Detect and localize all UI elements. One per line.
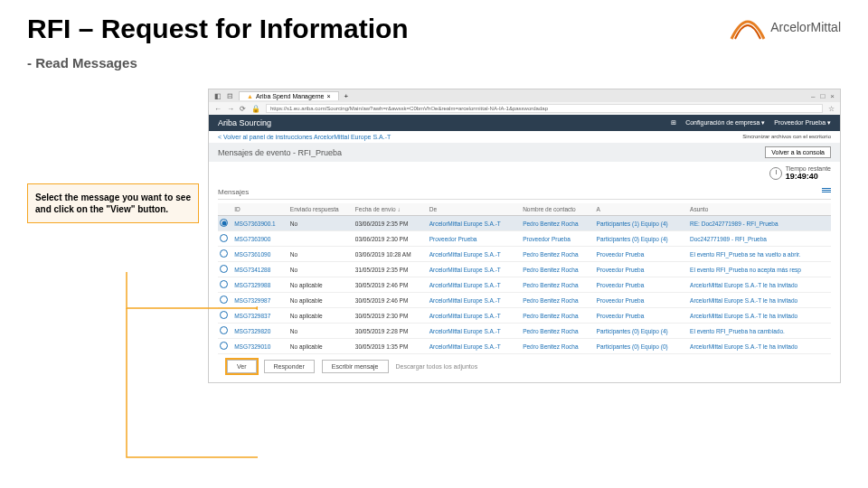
table-row[interactable]: MSG7329988 No aplicable 30/05/2019 2:46 … <box>218 277 831 293</box>
cell-from: ArcelorMittal Europe S.A.-T <box>428 339 521 354</box>
cell-subject: ArcelorMittal Europe S.A.-T le ha invita… <box>688 308 831 324</box>
brand-logo: ArcelorMittal <box>730 14 841 41</box>
table-row[interactable]: MSG7329010 No aplicable 30/05/2019 1:35 … <box>218 339 831 354</box>
cell-to: Proveedor Prueba <box>595 247 688 262</box>
forward-icon[interactable]: → <box>227 105 234 113</box>
col-from[interactable]: De <box>428 203 521 216</box>
col-contact[interactable]: Nombre de contacto <box>521 203 594 216</box>
grid-apps-icon[interactable]: ⊞ <box>671 119 676 127</box>
cell-from: ArcelorMittal Europe S.A.-T <box>428 277 521 293</box>
cell-id: MSG7329010 <box>232 339 288 354</box>
minimize-icon[interactable]: – <box>811 92 815 100</box>
refresh-icon[interactable]: ⟳ <box>240 105 246 113</box>
cell-id: MSG7329820 <box>232 324 288 339</box>
messages-section-label: Mensajes <box>218 188 249 196</box>
cell-reply: No <box>288 247 354 262</box>
cell-to: Participantes (0) Equipo (0) <box>595 339 688 354</box>
table-row[interactable]: MSG7361090 No 03/06/2019 10:28 AM Arcelo… <box>218 247 831 262</box>
row-radio[interactable] <box>220 296 228 304</box>
col-subject[interactable]: Asunto <box>688 203 831 216</box>
col-to[interactable]: A <box>595 203 688 216</box>
cell-contact: Proveedor Prueba <box>521 231 594 247</box>
cell-id: MSG7329987 <box>232 293 288 308</box>
new-tab-icon[interactable]: + <box>344 92 349 100</box>
cell-contact: Pedro Benitez Rocha <box>521 308 594 324</box>
cell-subject: El evento RFI_Prueba se ha vuelto a abri… <box>688 247 831 262</box>
col-reply[interactable]: Enviado respuesta <box>288 203 354 216</box>
cell-id: MSG7361090 <box>232 247 288 262</box>
cell-date: 30/05/2019 2:30 PM <box>354 308 428 324</box>
cell-from: ArcelorMittal Europe S.A.-T <box>428 216 521 231</box>
company-config-menu[interactable]: Configuración de empresa ▾ <box>685 119 765 127</box>
star-icon[interactable]: ☆ <box>828 105 835 113</box>
back-to-console-button[interactable]: Volver a la consola <box>765 146 831 158</box>
tab-list-icon[interactable]: ⊟ <box>227 92 233 100</box>
download-attachments-link[interactable]: Descargar todos los adjuntos <box>396 363 478 370</box>
cell-date: 30/05/2019 2:46 PM <box>354 293 428 308</box>
browser-window: ◧ ⊟ ▲Ariba Spend Manageme× + – □ × ← → ⟳… <box>208 89 841 383</box>
table-row[interactable]: MSG7363900.1 No 03/06/2019 2:35 PM Arcel… <box>218 216 831 231</box>
cell-reply: No <box>288 262 354 277</box>
table-row[interactable]: MSG7363900 03/06/2019 2:30 PM Proveedor … <box>218 231 831 247</box>
cell-subject: ArcelorMittal Europe S.A.-T le ha invita… <box>688 293 831 308</box>
maximize-icon[interactable]: □ <box>820 92 825 100</box>
cell-subject: El evento RFI_Prueba no acepta más resp <box>688 262 831 277</box>
cell-from: ArcelorMittal Europe S.A.-T <box>428 324 521 339</box>
reply-button[interactable]: Responder <box>264 360 315 373</box>
cell-date: 30/05/2019 1:35 PM <box>354 339 428 354</box>
cell-from: ArcelorMittal Europe S.A.-T <box>428 293 521 308</box>
cell-subject: El evento RFI_Prueba ha cambiado. <box>688 324 831 339</box>
row-radio[interactable] <box>220 219 228 227</box>
lock-icon: 🔒 <box>251 105 260 113</box>
row-radio[interactable] <box>220 249 228 258</box>
view-button[interactable]: Ver <box>227 360 257 373</box>
time-remaining-value: 19:49:40 <box>786 172 831 181</box>
table-row[interactable]: MSG7329837 No aplicable 30/05/2019 2:30 … <box>218 308 831 324</box>
compose-button[interactable]: Escribir mensaje <box>322 360 389 373</box>
row-radio[interactable] <box>220 311 228 319</box>
cell-date: 03/06/2019 2:30 PM <box>354 231 428 247</box>
address-bar[interactable]: https://s1.eu.ariba.com/Sourcing/Main/aw… <box>266 104 823 113</box>
row-radio[interactable] <box>220 342 228 350</box>
user-menu[interactable]: Proveedor Prueba ▾ <box>774 119 831 127</box>
event-messages-title: Mensajes de evento - RFI_Prueba <box>218 148 342 157</box>
close-icon[interactable]: × <box>830 92 835 100</box>
cell-subject: ArcelorMittal Europe S.A.-T le ha invita… <box>688 277 831 293</box>
page-title: RFI – Request for Information <box>27 14 409 44</box>
table-row[interactable]: MSG7329820 No 30/05/2019 2:28 PM Arcelor… <box>218 324 831 339</box>
cell-date: 30/05/2019 2:46 PM <box>354 277 428 293</box>
cell-to: Participantes (1) Equipo (4) <box>595 216 688 231</box>
cell-from: ArcelorMittal Europe S.A.-T <box>428 262 521 277</box>
cell-contact: Pedro Benitez Rocha <box>521 216 594 231</box>
row-radio[interactable] <box>220 234 228 242</box>
cell-contact: Pedro Benitez Rocha <box>521 324 594 339</box>
table-menu-icon[interactable] <box>822 188 831 196</box>
cell-reply <box>288 231 354 247</box>
back-to-dashboard-link[interactable]: < Volver al panel de instrucciones Arcel… <box>218 134 391 140</box>
cell-id: MSG7363900 <box>232 231 288 247</box>
browser-tab[interactable]: ▲Ariba Spend Manageme× <box>239 91 339 100</box>
row-radio[interactable] <box>220 265 228 273</box>
cell-from: ArcelorMittal Europe S.A.-T <box>428 308 521 324</box>
edge-icon: ◧ <box>214 92 222 100</box>
cell-id: MSG7341288 <box>232 262 288 277</box>
col-date[interactable]: Fecha de envío ↓ <box>354 203 428 216</box>
time-remaining-label: Tiempo restante <box>786 165 831 172</box>
table-row[interactable]: MSG7329987 No aplicable 30/05/2019 2:46 … <box>218 293 831 308</box>
cell-to: Proveedor Prueba <box>595 308 688 324</box>
table-row[interactable]: MSG7341288 No 31/05/2019 2:35 PM Arcelor… <box>218 262 831 277</box>
cell-subject: RE: Doc242771989 - RFI_Prueba <box>688 216 831 231</box>
cell-reply: No <box>288 216 354 231</box>
row-radio[interactable] <box>220 280 228 288</box>
cell-to: Proveedor Prueba <box>595 277 688 293</box>
cell-id: MSG7363900.1 <box>232 216 288 231</box>
close-tab-icon[interactable]: × <box>326 93 330 99</box>
cell-date: 30/05/2019 2:28 PM <box>354 324 428 339</box>
back-icon[interactable]: ← <box>214 105 222 113</box>
row-radio[interactable] <box>220 326 228 334</box>
cell-from: Proveedor Prueba <box>428 231 521 247</box>
tab-favicon-icon: ▲ <box>247 93 253 99</box>
cell-subject: ArcelorMittal Europe S.A.-T le ha invita… <box>688 339 831 354</box>
cell-date: 31/05/2019 2:35 PM <box>354 262 428 277</box>
col-id[interactable]: ID <box>232 203 288 216</box>
